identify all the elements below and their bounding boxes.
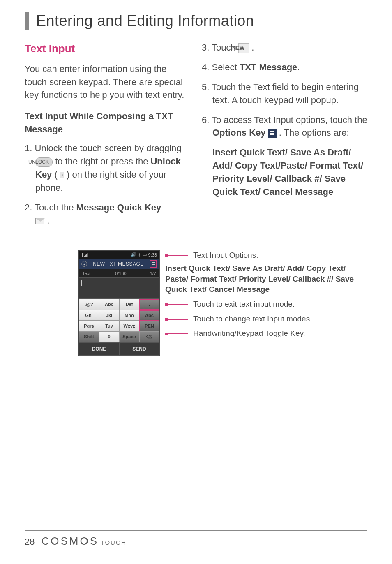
key-exit-input[interactable]: ⌄	[139, 299, 159, 310]
content-columns: Text Input You can enter information usi…	[25, 41, 367, 233]
page-index: 1/7	[150, 271, 156, 276]
callout-options-list: Insert Quick Text/ Save As Draft/ Add/ C…	[165, 263, 367, 295]
unlock-key-icon	[60, 172, 64, 178]
step-1-text-a: 1. Unlock the touch screen by dragging	[25, 143, 182, 153]
step-3: 3. Touch NEW .	[202, 41, 367, 54]
subheading-txt-message: Text Input While Composing a TXT Message	[25, 110, 190, 136]
brand-name: COSMOS	[41, 535, 99, 547]
options-button[interactable]	[150, 260, 157, 268]
char-count: 0/160	[115, 271, 127, 276]
key-input-mode[interactable]: Abc	[139, 310, 159, 321]
key-shift[interactable]: Shift	[79, 331, 99, 342]
callout-change-mode: Touch to change text input modes.	[165, 314, 367, 324]
svg-rect-5	[165, 318, 168, 321]
phone-figure: ▮◢ 🔊 ᚼ ▭ 9:33 NEW TXT MESSAGE Text: 0/16…	[25, 250, 367, 356]
status-left: ▮◢	[81, 252, 87, 257]
screen-title: NEW TXT MESSAGE	[93, 261, 144, 267]
done-button[interactable]: DONE	[79, 342, 119, 356]
step-6-bold: Options Key	[212, 127, 266, 138]
section-heading-text-input: Text Input	[25, 41, 190, 57]
callout-toggle-key: Handwriting/Keypad Toggle Key.	[165, 328, 367, 339]
step-5: 5. Touch the Text field to begin enterin…	[202, 81, 367, 107]
keypad: .@? Abc Def ⌄ Ghi Jkl Mno Abc Pqrs Tuv W…	[79, 299, 159, 342]
bluetooth-icon: ᚼ	[138, 252, 141, 257]
text-label: Text:	[82, 271, 92, 276]
new-button-icon: NEW	[238, 43, 249, 53]
options-key-icon	[268, 129, 277, 138]
title-bar: NEW TXT MESSAGE	[79, 259, 159, 269]
sound-icon: 🔊	[131, 252, 136, 257]
step-1-text-c: (	[54, 169, 60, 180]
left-column: Text Input You can enter information usi…	[25, 41, 190, 233]
page-title: Entering and Editing Information	[25, 12, 367, 30]
right-column: 3. Touch NEW . 4. Select TXT Message. 5.…	[202, 41, 367, 233]
left-steps: 1. Unlock the touch screen by dragging U…	[25, 142, 190, 227]
step-4-bold: TXT Message	[240, 62, 297, 72]
step-1: 1. Unlock the touch screen by dragging U…	[25, 142, 190, 194]
page-footer: 28 COSMOS TOUCH	[25, 530, 367, 548]
key-abc[interactable]: Abc	[99, 299, 119, 310]
key-backspace[interactable]: ⌫	[139, 331, 159, 342]
text-meta: Text: 0/160 1/7	[79, 269, 159, 277]
key-pen-toggle[interactable]: PEN	[139, 321, 159, 331]
key-zero[interactable]: 0	[99, 331, 119, 342]
back-icon[interactable]	[81, 261, 87, 267]
svg-rect-1	[165, 254, 168, 257]
send-button[interactable]: SEND	[119, 342, 159, 356]
step-4-text-a: 4. Select	[202, 62, 240, 72]
text-field[interactable]	[79, 277, 159, 299]
step-1-text-b: to the right or press the	[55, 156, 150, 166]
step-2-bold: Message Quick Key	[76, 202, 161, 213]
callout-line-icon	[165, 318, 190, 321]
brand-subtitle: TOUCH	[101, 539, 127, 546]
signal-icon: ▮◢	[81, 252, 87, 257]
step-4: 4. Select TXT Message.	[202, 61, 367, 74]
step-3-text-b: .	[251, 42, 254, 53]
status-time: 9:33	[148, 252, 157, 257]
page-number: 28	[25, 536, 35, 547]
key-jkl[interactable]: Jkl	[99, 310, 119, 321]
svg-rect-7	[165, 333, 168, 335]
step-6-options-list: Insert Quick Text/ Save As Draft/ Add/ C…	[212, 146, 367, 199]
key-space[interactable]: Space	[119, 331, 139, 342]
step-6-text-b: . The options are:	[279, 127, 349, 138]
key-mno[interactable]: Mno	[119, 310, 139, 321]
callout-text-input-options: Text Input Options. Insert Quick Text/ S…	[165, 250, 367, 295]
key-wxyz[interactable]: Wxyz	[119, 321, 139, 331]
callout-line-icon	[165, 254, 190, 257]
step-4-text-b: .	[297, 62, 300, 72]
callout-exit-mode: Touch to exit text input mode.	[165, 299, 367, 310]
key-pqrs[interactable]: Pqrs	[79, 321, 99, 331]
key-ghi[interactable]: Ghi	[79, 310, 99, 321]
svg-rect-3	[165, 303, 168, 306]
right-steps: 3. Touch NEW . 4. Select TXT Message. 5.…	[202, 41, 367, 199]
phone-screenshot: ▮◢ 🔊 ᚼ ▭ 9:33 NEW TXT MESSAGE Text: 0/16…	[78, 250, 160, 356]
bottom-bar: DONE SEND	[79, 342, 159, 356]
step-2-text-a: 2. Touch the	[25, 202, 76, 213]
callout-line-icon	[165, 303, 190, 306]
key-tuv[interactable]: Tuv	[99, 321, 119, 331]
key-def[interactable]: Def	[119, 299, 139, 310]
step-2-text-b: .	[47, 215, 49, 226]
key-sym[interactable]: .@?	[79, 299, 99, 310]
step-6: 6. To access Text Input options, touch t…	[202, 113, 367, 199]
step-6-text-a: 6. To access Text Input options, touch t…	[202, 115, 367, 125]
battery-icon: ▭	[143, 252, 147, 257]
intro-paragraph: You can enter information using the touc…	[25, 62, 190, 102]
status-right: 🔊 ᚼ ▭ 9:33	[131, 252, 157, 257]
callouts: Text Input Options. Insert Quick Text/ S…	[165, 250, 367, 342]
step-2: 2. Touch the Message Quick Key .	[25, 201, 190, 227]
status-bar: ▮◢ 🔊 ᚼ ▭ 9:33	[79, 251, 159, 259]
callout-line-icon	[165, 332, 190, 335]
unlock-badge-icon: UNLOCK	[35, 157, 53, 167]
message-quick-key-icon	[35, 218, 44, 224]
